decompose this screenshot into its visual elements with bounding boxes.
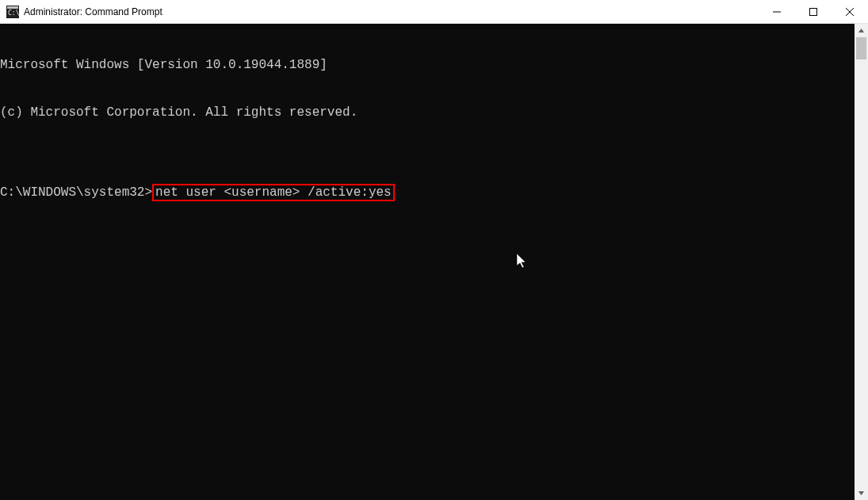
scrollbar-thumb[interactable] [856,37,866,59]
titlebar[interactable]: C:\ Administrator: Command Prompt [0,0,868,24]
scroll-up-button[interactable] [855,24,868,37]
scroll-down-button[interactable] [855,487,868,500]
vertical-scrollbar[interactable] [855,24,868,500]
svg-line-6 [846,8,854,16]
client-area: Microsoft Windows [Version 10.0.19044.18… [0,24,868,500]
svg-text:C:\: C:\ [8,10,19,17]
prompt-text: C:\WINDOWS\system32> [0,185,152,200]
cmd-icon: C:\ [6,6,19,18]
maximize-button[interactable] [795,0,832,24]
minimize-button[interactable] [759,0,795,24]
window-title: Administrator: Command Prompt [24,6,163,17]
svg-rect-1 [7,6,18,9]
svg-rect-4 [810,8,817,15]
mouse-cursor-icon [456,238,528,290]
scrollbar-track[interactable] [855,37,868,487]
terminal-line-version: Microsoft Windows [Version 10.0.19044.18… [0,57,855,73]
command-highlight: net user <username> /active:yes [152,184,395,201]
terminal-line-command: C:\WINDOWS\system32>net user <username> … [0,184,855,201]
window: C:\ Administrator: Command Prompt Micros… [0,0,868,500]
close-button[interactable] [832,0,868,24]
svg-line-5 [846,8,854,16]
command-text: net user <username> /active:yes [155,185,392,200]
terminal[interactable]: Microsoft Windows [Version 10.0.19044.18… [0,24,855,500]
terminal-line-copyright: (c) Microsoft Corporation. All rights re… [0,105,855,120]
